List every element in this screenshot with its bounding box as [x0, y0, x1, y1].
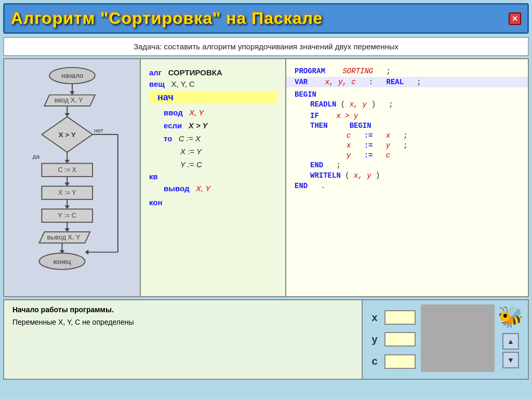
var-x-box[interactable] [384, 310, 416, 325]
page-title: Алгоритм "Сортировка" на Паскале [11, 9, 323, 28]
header: Алгоритм "Сортировка" на Паскале ✕ [3, 3, 529, 34]
var-y-box[interactable] [384, 332, 416, 347]
flowchart-svg: начало ввод X, Y X > Y нет да [10, 64, 135, 283]
code-line-6: THEN BEGIN [295, 122, 520, 130]
code-line-11: WRITELN ( x, y ) [295, 171, 520, 180]
code-line-3: BEGIN [295, 90, 520, 99]
alg-line-8: Y := C [149, 160, 277, 169]
var-row-y: у [367, 332, 416, 347]
info-panel: Начало работы программы. Переменные X, Y… [3, 299, 363, 380]
info-line-1: Начало работы программы. [12, 305, 353, 314]
svg-marker-12 [64, 160, 70, 164]
bottom-area: Начало работы программы. Переменные X, Y… [3, 299, 529, 380]
alg-line-10: вывод X, Y [149, 184, 277, 193]
code-line-8: x := y ; [295, 141, 520, 150]
close-button[interactable]: ✕ [509, 12, 521, 25]
algorithm-panel: алг СОРТИРОВКА вещ X, Y, C нач ввод X, Y… [141, 58, 286, 297]
alg-line-1: алг СОРТИРОВКА [149, 68, 277, 77]
code-line-9: y := c [295, 151, 520, 159]
fc-condition: X > Y [58, 131, 76, 139]
fc-input: ввод X, Y [54, 97, 83, 104]
code-line-10: END ; [295, 161, 520, 169]
alg-line-11: кон [149, 198, 277, 207]
fc-yes-label: да [32, 153, 39, 159]
nav-down-button[interactable]: ▼ [502, 352, 519, 368]
fc-output: вывод X, Y [47, 234, 80, 241]
svg-marker-2 [70, 91, 75, 95]
nav-up-button[interactable]: ▲ [502, 333, 519, 350]
code-panel: PROGRAM SORTING ; VAR x, y, c : REAL ; B… [286, 58, 529, 297]
code-line-4: READLN ( x, y ) ; [295, 100, 520, 109]
main-content: начало ввод X, Y X > Y нет да [3, 58, 529, 297]
bee-icon: 🐝 [498, 304, 524, 329]
svg-marker-15 [64, 183, 70, 187]
alg-line-9: кв [149, 172, 277, 181]
var-y-label: у [367, 334, 382, 345]
alg-line-7: X := Y [149, 147, 277, 156]
code-line-7: c := x ; [295, 131, 520, 140]
fc-start: начало [61, 72, 83, 79]
alg-line-4: ввод X, Y [149, 108, 277, 117]
svg-marker-10 [85, 250, 88, 255]
var-c-box[interactable] [384, 354, 416, 369]
code-line-1: PROGRAM SORTING ; [295, 67, 520, 75]
svg-marker-18 [64, 206, 70, 209]
fc-step2: X := Y [58, 189, 76, 196]
alg-line-5: если X > Y [149, 121, 277, 130]
var-x-label: x [367, 312, 382, 324]
fc-end: конец [53, 258, 71, 265]
var-row-x: x [367, 310, 416, 325]
flowchart-panel: начало ввод X, Y X > Y нет да [3, 58, 141, 297]
fc-step1: C := X [58, 166, 76, 174]
alg-line-3: нач [149, 91, 277, 104]
fc-step3: Y := C [58, 212, 76, 219]
svg-marker-21 [64, 228, 70, 232]
code-line-12: END . [295, 182, 520, 190]
code-line-2: VAR x, y, c : REAL ; [286, 77, 528, 87]
var-c-label: с [367, 355, 382, 367]
variables-list: x у с [367, 304, 416, 375]
display-box [421, 304, 495, 372]
code-line-5: IF x > y [295, 112, 520, 120]
alg-line-2: вещ X, Y, C [149, 79, 277, 88]
task-description: Задача: составить алгоритм упорядочивани… [3, 37, 529, 56]
fc-no-label: нет [94, 127, 104, 134]
var-row-c: с [367, 354, 416, 369]
info-line-2: Переменные X, Y, C не определены [12, 318, 353, 326]
variables-panel: x у с 🐝 ▲ ▼ [363, 299, 529, 380]
alg-line-6: то C := X [149, 134, 277, 143]
